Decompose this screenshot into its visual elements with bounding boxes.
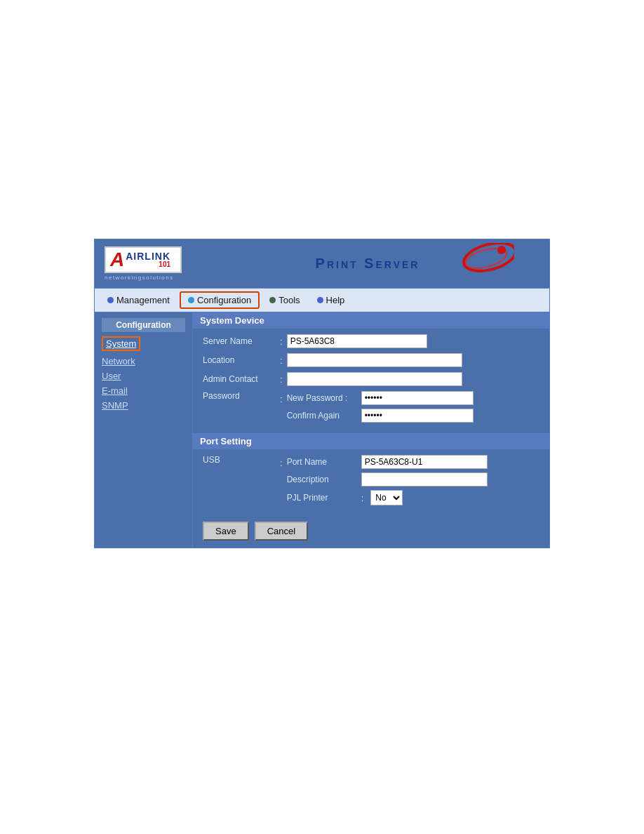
- sidebar-item-snmp[interactable]: SNMP: [102, 398, 185, 413]
- port-name-label: Port Name: [287, 457, 357, 467]
- server-name-colon: :: [280, 336, 283, 347]
- main-panel: A AIRLINK 101 networkingsolutions Print …: [94, 239, 550, 548]
- svg-point-2: [497, 246, 506, 254]
- nav-help-label: Help: [326, 295, 345, 305]
- new-password-input[interactable]: [361, 391, 474, 405]
- server-name-input[interactable]: [287, 334, 427, 348]
- nav-tools-label: Tools: [279, 295, 300, 305]
- nav-bar: Management Configuration Tools Help: [95, 289, 549, 312]
- admin-contact-input[interactable]: [287, 372, 462, 386]
- server-name-row: Server Name :: [203, 334, 539, 348]
- admin-contact-colon: :: [280, 374, 283, 385]
- nav-tools[interactable]: Tools: [262, 293, 307, 307]
- location-colon: :: [280, 355, 283, 366]
- sidebar-item-email[interactable]: E-mail: [102, 383, 185, 398]
- button-row: Save Cancel: [193, 516, 549, 548]
- pjl-row: PJL Printer : No Yes: [287, 490, 488, 505]
- password-row: Password : New Password : Confirm Again: [203, 391, 539, 423]
- nav-management-label: Management: [116, 295, 170, 305]
- port-setting-header: Port Setting: [193, 433, 549, 449]
- help-dot: [317, 297, 323, 303]
- nav-configuration[interactable]: Configuration: [180, 291, 260, 309]
- location-label: Location: [203, 355, 280, 365]
- port-name-row: Port Name: [287, 455, 488, 469]
- configuration-dot: [188, 297, 194, 303]
- usb-label: USB: [203, 455, 280, 465]
- save-button[interactable]: Save: [203, 522, 249, 541]
- sidebar: Configuration System Network User E-mail…: [95, 312, 193, 548]
- form-area: System Device Server Name : Location : A…: [193, 312, 549, 548]
- logo-icon: A: [110, 250, 124, 270]
- usb-row: USB : Port Name Description PJL Printer: [203, 455, 539, 505]
- nav-management[interactable]: Management: [100, 293, 177, 307]
- pjl-select[interactable]: No Yes: [370, 490, 403, 505]
- management-dot: [107, 297, 114, 303]
- location-input[interactable]: [287, 353, 462, 367]
- logo-box: A AIRLINK 101: [105, 246, 182, 273]
- networking-text: networkingsolutions: [105, 274, 174, 281]
- new-password-row: New Password :: [287, 391, 474, 405]
- nav-help[interactable]: Help: [310, 293, 352, 307]
- description-input[interactable]: [361, 472, 488, 486]
- admin-contact-label: Admin Contact: [203, 374, 280, 384]
- two-col: Configuration System Network User E-mail…: [95, 312, 549, 548]
- password-label: Password: [203, 391, 280, 401]
- sidebar-item-network[interactable]: Network: [102, 354, 185, 369]
- port-group: Port Name Description PJL Printer : No: [287, 455, 488, 505]
- password-group: New Password : Confirm Again: [287, 391, 474, 423]
- cancel-button[interactable]: Cancel: [255, 522, 308, 541]
- location-row: Location :: [203, 353, 539, 367]
- pjl-label: PJL Printer: [287, 493, 357, 503]
- header-swoosh: [451, 243, 514, 282]
- port-setting-section: USB : Port Name Description PJL Printer: [193, 449, 549, 516]
- confirm-again-input[interactable]: [361, 409, 474, 423]
- logo-airlink-text: AIRLINK: [126, 251, 170, 261]
- description-label: Description: [287, 475, 357, 484]
- description-row: Description: [287, 472, 488, 486]
- new-password-label: New Password :: [287, 393, 357, 403]
- tools-dot: [269, 297, 276, 303]
- admin-contact-row: Admin Contact :: [203, 372, 539, 386]
- logo-area: A AIRLINK 101 networkingsolutions: [105, 246, 182, 281]
- port-name-input[interactable]: [361, 455, 488, 469]
- sidebar-item-user[interactable]: User: [102, 369, 185, 383]
- logo-101-text: 101: [159, 261, 170, 268]
- svg-point-0: [461, 243, 514, 276]
- system-device-section: Server Name : Location : Admin Contact :: [193, 329, 549, 433]
- sidebar-title: Configuration: [102, 318, 185, 332]
- confirm-again-row: Confirm Again: [287, 409, 474, 423]
- usb-colon: :: [280, 458, 283, 468]
- system-device-header: System Device: [193, 312, 549, 329]
- header: A AIRLINK 101 networkingsolutions Print …: [95, 239, 549, 289]
- nav-configuration-label: Configuration: [197, 295, 251, 305]
- sidebar-item-system[interactable]: System: [102, 336, 140, 351]
- password-colon: :: [280, 394, 283, 404]
- confirm-again-label: Confirm Again: [287, 411, 357, 421]
- server-name-label: Server Name: [203, 336, 280, 346]
- pjl-colon: :: [361, 493, 364, 503]
